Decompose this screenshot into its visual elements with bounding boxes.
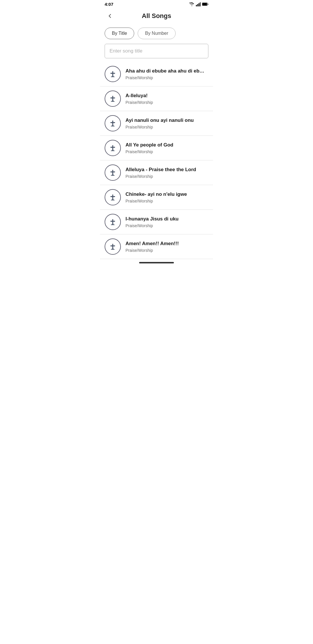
status-icons: [189, 2, 208, 6]
song-item[interactable]: Alleluya - Praise thee the Lord Praise/W…: [100, 160, 213, 185]
svg-rect-19: [110, 147, 115, 148]
song-category: Praise/Worship: [125, 125, 208, 129]
svg-rect-1: [197, 4, 198, 6]
svg-rect-13: [111, 101, 115, 102]
song-icon: [105, 140, 121, 156]
song-item[interactable]: Aha ahu di ebube aha ahu di eb… Praise/W…: [100, 62, 213, 86]
song-category: Praise/Worship: [125, 248, 208, 253]
song-item[interactable]: A-Ileluya! Praise/Worship: [100, 86, 213, 111]
status-time: 4:07: [105, 2, 113, 7]
song-list: Aha ahu di ebube aha ahu di eb… Praise/W…: [100, 62, 213, 259]
svg-rect-16: [112, 125, 114, 126]
song-category: Praise/Worship: [125, 75, 208, 80]
song-category: Praise/Worship: [125, 174, 208, 179]
page-title: All Songs: [115, 12, 198, 20]
svg-rect-36: [112, 248, 114, 249]
song-item[interactable]: I-hunanya Jisus di uku Praise/Worship: [100, 210, 213, 234]
song-title: A-Ileluya!: [125, 93, 208, 99]
svg-rect-3: [200, 2, 201, 6]
svg-rect-24: [112, 174, 114, 175]
song-item[interactable]: Ayi nanuli onu ayi nanuli onu Praise/Wor…: [100, 111, 213, 136]
svg-rect-11: [110, 97, 115, 98]
svg-rect-27: [110, 196, 115, 197]
svg-rect-0: [196, 5, 197, 6]
battery-icon: [202, 2, 208, 6]
svg-rect-29: [111, 200, 115, 200]
svg-rect-31: [110, 221, 115, 222]
song-icon: [105, 115, 121, 131]
svg-rect-25: [111, 175, 115, 176]
svg-rect-20: [112, 150, 114, 150]
status-bar: 4:07: [100, 0, 213, 8]
song-title: I-hunanya Jisus di uku: [125, 216, 208, 222]
filter-row: By Title By Number: [100, 25, 213, 44]
song-info: All Ye people of God Praise/Worship: [125, 142, 208, 154]
wifi-icon: [189, 2, 194, 6]
song-category: Praise/Worship: [125, 100, 208, 105]
song-info: A-Ileluya! Praise/Worship: [125, 93, 208, 104]
svg-rect-2: [199, 3, 199, 6]
svg-rect-8: [112, 76, 114, 76]
filter-by-title[interactable]: By Title: [105, 28, 134, 39]
song-item[interactable]: Amen! Amen!! Amen!!! Praise/Worship: [100, 234, 213, 259]
song-item[interactable]: All Ye people of God Praise/Worship: [100, 136, 213, 160]
song-icon: [105, 91, 121, 107]
back-button[interactable]: [105, 11, 115, 21]
song-category: Praise/Worship: [125, 199, 208, 203]
song-info: Aha ahu di ebube aha ahu di eb… Praise/W…: [125, 68, 208, 80]
song-category: Praise/Worship: [125, 223, 208, 228]
home-bar: [139, 262, 174, 263]
search-container: [100, 44, 213, 62]
song-info: Amen! Amen!! Amen!!! Praise/Worship: [125, 240, 208, 252]
song-title: Chineke- ayi no n'elu igwe: [125, 191, 208, 198]
song-icon: [105, 164, 121, 181]
song-item[interactable]: Chineke- ayi no n'elu igwe Praise/Worshi…: [100, 185, 213, 210]
svg-rect-28: [112, 199, 114, 200]
signal-icon: [196, 2, 201, 6]
page-header: All Songs: [100, 8, 213, 25]
svg-rect-32: [112, 224, 114, 224]
song-icon: [105, 238, 121, 255]
svg-rect-33: [111, 225, 115, 225]
svg-rect-7: [110, 73, 115, 74]
search-input[interactable]: [105, 44, 208, 58]
song-title: Amen! Amen!! Amen!!!: [125, 240, 208, 247]
home-indicator: [100, 259, 213, 265]
svg-rect-15: [110, 122, 115, 123]
svg-rect-35: [110, 245, 115, 246]
song-icon: [105, 189, 121, 205]
svg-rect-23: [110, 171, 115, 172]
song-info: Ayi nanuli onu ayi nanuli onu Praise/Wor…: [125, 117, 208, 129]
svg-rect-21: [111, 151, 115, 151]
filter-by-number[interactable]: By Number: [138, 28, 175, 39]
song-title: All Ye people of God: [125, 142, 208, 148]
song-category: Praise/Worship: [125, 149, 208, 154]
song-info: I-hunanya Jisus di uku Praise/Worship: [125, 216, 208, 228]
svg-rect-17: [111, 126, 115, 126]
svg-rect-37: [111, 249, 115, 250]
song-info: Alleluya - Praise thee the Lord Praise/W…: [125, 167, 208, 178]
song-icon: [105, 66, 121, 82]
song-info: Chineke- ayi no n'elu igwe Praise/Worshi…: [125, 191, 208, 203]
svg-rect-12: [112, 100, 114, 101]
svg-rect-5: [202, 3, 207, 5]
song-icon: [105, 214, 121, 230]
song-title: Aha ahu di ebube aha ahu di eb…: [125, 68, 208, 74]
svg-rect-9: [111, 77, 115, 77]
song-title: Alleluya - Praise thee the Lord: [125, 167, 208, 173]
song-title: Ayi nanuli onu ayi nanuli onu: [125, 117, 208, 124]
